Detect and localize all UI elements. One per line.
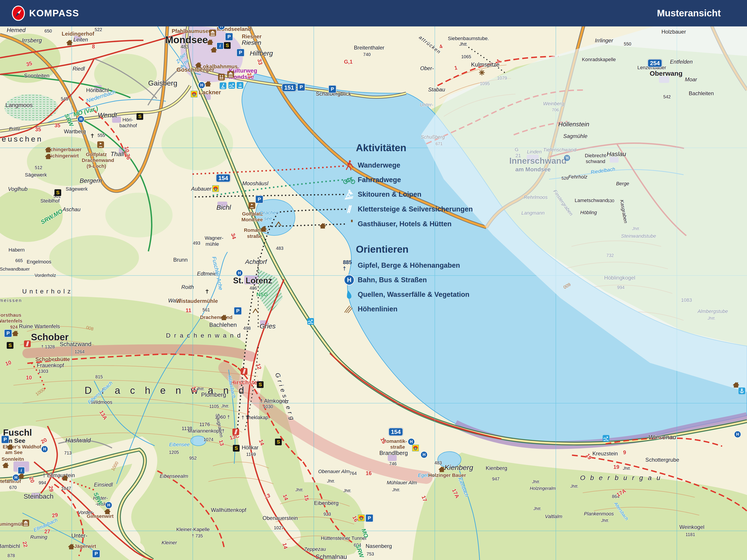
map-label: Roith: [181, 285, 194, 290]
map-label: Kreuzstein: [592, 451, 618, 456]
ladder-icon: [24, 341, 31, 347]
map-label: Plankenmoos: [584, 511, 614, 516]
road-shield: 254: [647, 59, 662, 68]
map-label: G: [515, 147, 518, 152]
map-label: Sägewerk: [66, 187, 87, 191]
map-label: Sonnleitn: [2, 457, 24, 462]
map-label: 8: [92, 44, 95, 49]
map-label: Mariannenkopf †: [188, 428, 225, 433]
map-label: Holzingeralm: [530, 486, 556, 490]
map-label: Unter-: [71, 533, 87, 538]
map-label: Jhtt.: [459, 42, 468, 46]
map-label: Drachenwand: [166, 332, 244, 339]
swim-icon: [307, 318, 314, 325]
buslogo-icon: [412, 445, 419, 451]
map-label: Wartenfels: [0, 319, 22, 323]
map-label: Jägerwirt: [74, 544, 96, 549]
map-label: Drachenwand: [200, 315, 232, 320]
map-label: 994: [617, 285, 624, 290]
map-label: Leiten: [73, 37, 88, 42]
map-label: Bergern: [80, 178, 102, 184]
map-label: Ruming: [30, 535, 47, 540]
map-label: Bichl: [216, 204, 231, 211]
map-label: 671: [436, 141, 443, 146]
p-icon: P: [1, 435, 9, 444]
map-label: Friml: [9, 127, 20, 132]
cross-icon: [246, 415, 250, 420]
s-icon: S: [275, 438, 282, 445]
spring-icon: [343, 288, 356, 301]
map-label: Lametschwand: [575, 198, 608, 203]
bus-stop-icon: H: [343, 274, 356, 286]
hut-icon: [45, 147, 52, 153]
map-label: 1176: [199, 422, 210, 427]
map-label: 764: [349, 471, 357, 476]
map-label: Weinberg: [543, 101, 564, 106]
kompass-brand: KOMPASS: [12, 5, 79, 21]
map-label: 19: [613, 464, 619, 470]
map-label: 10: [26, 375, 32, 380]
map-label: Fehrholz: [568, 175, 587, 180]
map-label: Schottergrube: [645, 457, 679, 462]
map-label: 12: [256, 363, 262, 370]
contour-icon: [343, 303, 356, 315]
map-label: Irrlinger: [595, 38, 613, 43]
map-label: 555: [98, 133, 105, 137]
map-label: (9-Loch): [87, 164, 106, 169]
map-label: Eibenseealm: [160, 474, 188, 479]
map-label: Kleiner-Kapelle: [176, 527, 210, 532]
map-label: Jhtt.: [707, 316, 716, 320]
map-label: bachhof: [120, 123, 137, 128]
h-icon: H: [563, 154, 571, 161]
map-label: Haslwald: [65, 437, 91, 444]
map-label: 14: [282, 542, 288, 550]
map-label: Gaisberg: [148, 80, 177, 87]
hut-icon: [68, 544, 75, 550]
map-label: St. Lorenz: [233, 277, 272, 285]
map-label: Schatzwand: [60, 341, 92, 347]
map-label: Hilfberg: [250, 50, 273, 57]
map-label: Ober-: [420, 65, 434, 71]
map-label: Schoberhütte: [35, 356, 70, 362]
map-label: 713: [64, 451, 72, 455]
map-label: 665: [15, 258, 23, 263]
map-label: Vorder-: [78, 510, 94, 515]
hut-icon: [207, 39, 213, 45]
swim-icon: [228, 82, 235, 89]
map-label: Langmann: [521, 211, 545, 215]
map-label: 1105: [209, 404, 219, 408]
map-label: † 1328: [41, 345, 55, 349]
map-label: Höblingkogel: [604, 275, 635, 281]
map-label: 11: [186, 308, 191, 313]
map-label: 1169: [246, 452, 256, 456]
museum-icon: [22, 520, 29, 526]
map-label: 498: [243, 326, 251, 330]
map-label: Brunn: [173, 257, 187, 263]
s-icon: S: [224, 42, 231, 49]
ladder-icon: "24" height="24" rx="4" fill="#d23b2f"/>: [343, 203, 356, 215]
map-label: 1205: [169, 450, 179, 454]
s-icon: S: [136, 113, 143, 120]
map-label: Frauenkopf: [37, 363, 64, 368]
map-label: Einsiedl: [94, 482, 113, 487]
hiker-icon: [343, 159, 356, 171]
map-label: Wendt: [98, 112, 117, 118]
map-label: Rehrlmoos: [524, 195, 547, 200]
road-shield: 154: [388, 428, 403, 436]
map-label: 22: [22, 541, 28, 548]
map-label: Drachen-: [260, 210, 280, 215]
map-label: 16: [366, 471, 372, 476]
map-label: Jhtt.: [601, 518, 609, 523]
hut-icon: 11 12 1l11 10v2h-3v8H4v-8H1Z" fill="#7a4…: [343, 218, 356, 230]
play-icon: [218, 74, 225, 80]
map-label: Steinwandstube: [621, 234, 656, 239]
p-icon: P: [236, 49, 244, 57]
map-label: Jhtt.: [327, 479, 335, 483]
legend-orientation-title: Orientieren: [356, 244, 409, 255]
map-label: 29: [48, 485, 54, 492]
map-label: see: [264, 216, 272, 221]
map-label: 740: [363, 52, 370, 57]
map-label: Diebrecht-: [585, 153, 608, 158]
map-label: mühle: [206, 242, 219, 247]
h-icon: H: [408, 438, 415, 445]
